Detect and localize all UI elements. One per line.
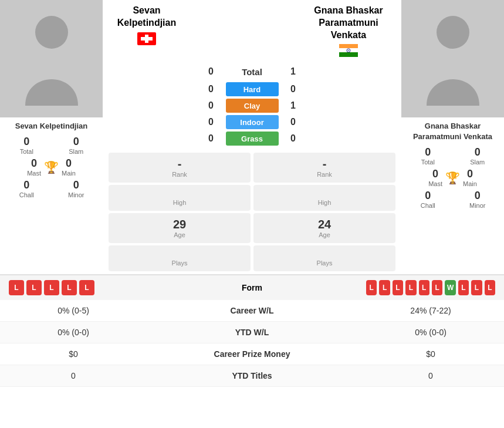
right-main-stat: 0 Main: [463, 168, 477, 187]
right-plays-panel: Plays: [253, 245, 395, 271]
middle-section: Sevan Kelpetindjian: [103, 0, 401, 274]
right-name-header: Gnana Bhaskar Paramatmuni Venkata: [302, 5, 395, 59]
right-form-10: L: [485, 280, 495, 295]
main-container: Sevan Kelpetindjian 0 Total 0 Slam 0: [0, 0, 504, 387]
right-prize: $0: [366, 349, 495, 359]
left-career-wl: 0% (0-5): [9, 306, 138, 315]
left-player-section: Sevan Kelpetindjian 0 Total 0 Slam 0: [0, 0, 103, 274]
total-score-row: 0 Total 1: [109, 62, 395, 81]
left-ytd-wl: 0% (0-0): [9, 328, 138, 337]
right-form-8: L: [458, 280, 469, 295]
right-flag: [302, 44, 395, 59]
right-form-6: L: [432, 280, 442, 295]
right-minor-stat: 0 Minor: [456, 190, 500, 209]
left-trophy-icon: 🏆: [44, 160, 59, 174]
career-wl-row: 0% (0-5) Career W/L 24% (7-22): [0, 300, 504, 322]
right-rank-panel: - Rank: [253, 153, 395, 183]
svg-point-0: [35, 16, 68, 49]
left-chall-stat: 0 Chall: [5, 179, 49, 198]
right-player-photo: [401, 0, 504, 117]
left-trophy-row: 0 Mast 🏆 0 Main: [5, 157, 98, 177]
right-high-panel: High: [253, 185, 395, 211]
prize-row: $0 Career Prize Money $0: [0, 343, 504, 365]
left-main-stat: 0 Main: [62, 157, 76, 177]
svg-rect-3: [141, 37, 153, 41]
left-total-stat: 0 Total: [5, 136, 49, 155]
svg-rect-6: [339, 52, 358, 57]
right-form-7: W: [445, 280, 455, 295]
clay-score-row: 0 Clay 1: [109, 97, 395, 114]
left-flag: [109, 32, 185, 48]
form-label: Form: [138, 283, 366, 292]
right-trophy-row: 0 Mast 🏆 0 Main: [406, 168, 499, 187]
right-chall-stat: 0 Chall: [406, 190, 450, 209]
right-trophy-icon: 🏆: [445, 171, 460, 185]
right-age-panel: 24 Age: [253, 213, 395, 243]
grass-score-row: 0 Grass 0: [109, 130, 395, 147]
left-form-5: L: [79, 280, 94, 295]
ytd-wl-label: YTD W/L: [138, 328, 366, 337]
indoor-score-row: 0 Indoor 0: [109, 114, 395, 130]
right-slam-stat: 0 Slam: [456, 146, 500, 166]
right-form-3: L: [393, 280, 403, 295]
right-form-9: L: [471, 280, 482, 295]
right-form-1: L: [366, 280, 377, 295]
right-mast-stat: 0 Mast: [428, 168, 442, 187]
right-title: Gnana Bhaskar Paramatmuni Venkata: [302, 5, 395, 41]
left-title: Sevan Kelpetindjian: [109, 5, 185, 29]
career-wl-label: Career W/L: [138, 306, 366, 315]
svg-point-9: [437, 16, 469, 49]
left-rank-panel: - Rank: [109, 153, 251, 183]
right-info-panels: - Rank High 24 Age Plays: [253, 153, 395, 271]
right-form: L L L L L L W L L L: [366, 280, 495, 295]
right-career-wl: 24% (7-22): [366, 306, 495, 315]
left-form-4: L: [62, 280, 77, 295]
right-form-4: L: [405, 280, 416, 295]
left-player-photo: [0, 0, 103, 117]
left-info-panels: - Rank High 29 Age Plays: [109, 153, 251, 271]
right-total-stat: 0 Total: [406, 146, 450, 166]
left-high-panel: High: [109, 185, 251, 211]
left-player-stats: 0 Total 0 Slam 0 Mast 🏆 0: [0, 133, 103, 201]
top-area: Sevan Kelpetindjian 0 Total 0 Slam 0: [0, 0, 504, 274]
ytd-wl-row: 0% (0-0) YTD W/L 0% (0-0): [0, 322, 504, 343]
left-plays-panel: Plays: [109, 245, 251, 271]
right-player-section: Gnana Bhaskar Paramatmuni Venkata 0 Tota…: [401, 0, 504, 274]
left-slam-stat: 0 Slam: [55, 136, 99, 155]
left-age-panel: 29 Age: [109, 213, 251, 243]
scores-area: 0 Total 1 0 Hard 0 0 Clay 1 0: [103, 59, 401, 150]
right-form-5: L: [419, 280, 429, 295]
hard-score-row: 0 Hard 0: [109, 81, 395, 97]
ytd-titles-row: 0 YTD Titles 0: [0, 365, 504, 387]
left-form-3: L: [44, 280, 59, 295]
left-minor-stat: 0 Minor: [55, 179, 99, 198]
ytd-titles-label: YTD Titles: [138, 371, 366, 380]
left-form-2: L: [26, 280, 42, 295]
right-ytd-wl: 0% (0-0): [366, 328, 495, 337]
left-ytd-titles: 0: [9, 371, 138, 380]
left-player-name: Sevan Kelpetindjian: [15, 122, 88, 130]
svg-rect-4: [339, 44, 358, 49]
right-player-name: Gnana Bhaskar Paramatmuni Venkata: [413, 122, 492, 141]
prize-label: Career Prize Money: [138, 349, 366, 359]
info-panels-row: - Rank High 29 Age Plays: [103, 150, 401, 274]
left-prize: $0: [9, 349, 138, 359]
right-ytd-titles: 0: [366, 371, 495, 380]
left-mast-stat: 0 Mast: [27, 157, 41, 177]
left-name-header: Sevan Kelpetindjian: [109, 5, 185, 48]
stats-rows: 0% (0-5) Career W/L 24% (7-22) 0% (0-0) …: [0, 300, 504, 387]
form-section: L L L L L Form L L L L L L W L L L: [0, 275, 504, 300]
right-form-2: L: [379, 280, 390, 295]
left-form: L L L L L: [9, 280, 138, 295]
left-form-1: L: [9, 280, 24, 295]
right-player-stats: 0 Total 0 Slam 0 Mast 🏆 0: [401, 143, 504, 212]
svg-point-8: [348, 50, 349, 52]
